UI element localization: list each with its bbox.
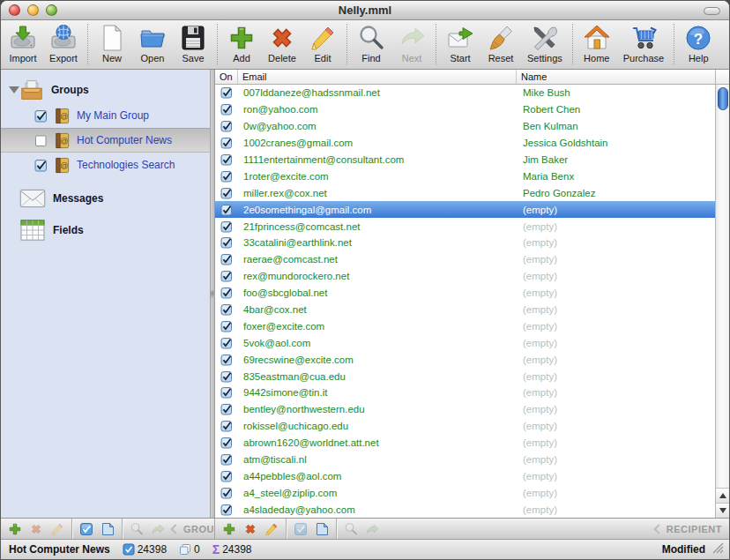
save-button[interactable]: Save: [173, 20, 213, 69]
row-checkbox[interactable]: [215, 386, 238, 399]
row-checkbox[interactable]: [215, 337, 238, 349]
row-checkbox[interactable]: [215, 287, 238, 299]
column-header-email[interactable]: Email: [238, 70, 517, 84]
row-checkbox[interactable]: [215, 453, 238, 466]
row-checkbox[interactable]: [215, 120, 238, 132]
scrollbar-track[interactable]: [716, 85, 729, 488]
resize-grip[interactable]: [712, 541, 724, 557]
sidebar-section-messages[interactable]: Messages: [1, 183, 210, 214]
new-button[interactable]: New: [92, 20, 132, 69]
row-checkbox[interactable]: [215, 137, 238, 149]
row-checkbox[interactable]: [215, 170, 238, 183]
table-row[interactable]: miller.rex@cox.netPedro Gonzalez: [215, 184, 715, 201]
find-recipient-button[interactable]: [344, 522, 358, 536]
table-row[interactable]: bentley@northwestern.edu(empty): [215, 401, 715, 418]
redo-group-button[interactable]: [151, 522, 165, 536]
edit-button[interactable]: Edit: [302, 20, 343, 69]
sidebar-item-my-main-group[interactable]: @My Main Group: [1, 103, 210, 128]
open-button[interactable]: Open: [132, 20, 173, 69]
table-row[interactable]: 21fprincess@comcast.net(empty): [215, 218, 715, 235]
edit-recipient-button[interactable]: [264, 522, 279, 536]
recipient-page-button[interactable]: [315, 522, 329, 536]
row-checkbox[interactable]: [215, 354, 238, 366]
table-row[interactable]: a44pebbles@aol.com(empty): [215, 467, 715, 484]
row-checkbox[interactable]: [215, 253, 238, 265]
table-row[interactable]: 2e0somethingal@gmail.com(empty): [215, 201, 715, 218]
row-checkbox[interactable]: [215, 403, 238, 415]
table-row[interactable]: 69recswine@excite.com(empty): [215, 351, 715, 368]
start-button[interactable]: Start: [440, 20, 480, 69]
table-row[interactable]: rex@mundorockero.net(empty): [215, 268, 715, 285]
home-button[interactable]: Home: [577, 20, 617, 69]
add-recipient-button[interactable]: [222, 522, 236, 536]
row-checkbox[interactable]: [215, 420, 238, 432]
table-row[interactable]: 33catalini@earthlink.net(empty): [215, 235, 715, 251]
add-group-button[interactable]: [8, 522, 22, 536]
row-checkbox[interactable]: [215, 153, 238, 166]
checked-checkbox[interactable]: [34, 109, 48, 123]
sidebar-section-fields[interactable]: Fields: [1, 214, 210, 246]
delete-group-button[interactable]: [29, 522, 43, 536]
add-button[interactable]: Add: [221, 20, 262, 69]
group-page-button[interactable]: [101, 522, 115, 536]
unchecked-checkbox[interactable]: [34, 134, 48, 147]
toolbar-toggle-button[interactable]: [704, 7, 720, 15]
edit-group-button[interactable]: [50, 522, 64, 536]
column-header-on[interactable]: On: [215, 70, 238, 84]
next-button[interactable]: Next: [391, 20, 432, 69]
row-checkbox[interactable]: [215, 504, 238, 516]
scroll-up-button[interactable]: [716, 488, 729, 503]
table-row[interactable]: 0w@yahoo.comBen Kulman: [215, 118, 715, 135]
checked-checkbox[interactable]: [34, 159, 48, 172]
row-checkbox[interactable]: [215, 320, 238, 332]
sidebar-item-hot-computer-news[interactable]: @Hot Computer News: [1, 128, 210, 153]
row-checkbox[interactable]: [215, 187, 238, 199]
row-checkbox[interactable]: [215, 236, 238, 249]
settings-button[interactable]: Settings: [521, 20, 569, 69]
table-row[interactable]: abrown1620@worldnet.att.net(empty): [215, 435, 715, 452]
sidebar-item-technologies-search[interactable]: @Technologies Search: [1, 153, 210, 177]
disclosure-triangle-icon[interactable]: [9, 86, 19, 93]
sidebar-section-groups[interactable]: Groups: [1, 77, 210, 103]
reset-button[interactable]: Reset: [480, 20, 521, 69]
table-row[interactable]: foxer@excite.com(empty): [215, 317, 715, 334]
redo-recipient-button[interactable]: [365, 522, 379, 536]
row-checkbox[interactable]: [215, 370, 238, 383]
export-button[interactable]: Export: [43, 20, 84, 69]
help-button[interactable]: ?Help: [678, 20, 719, 69]
table-row[interactable]: rokissel@uchicago.edu(empty): [215, 418, 715, 435]
table-row[interactable]: ron@yahoo.comRobert Chen: [215, 101, 715, 118]
table-row[interactable]: 1roter@excite.comMaria Benx: [215, 168, 715, 184]
table-row[interactable]: 1111entertainment@consultant.comJim Bake…: [215, 152, 715, 168]
table-row[interactable]: a4sladeday@yahoo.com(empty): [215, 501, 715, 518]
row-checkbox[interactable]: [215, 487, 238, 499]
table-row[interactable]: foo@sbcglobal.net(empty): [215, 285, 715, 302]
delete-recipient-button[interactable]: [243, 522, 257, 536]
table-row[interactable]: atm@tiscali.nl(empty): [215, 452, 715, 468]
table-row[interactable]: 835eastman@cua.edu(empty): [215, 368, 715, 385]
purchase-button[interactable]: Purchase: [617, 20, 670, 69]
import-button[interactable]: Import: [3, 20, 43, 69]
table-row[interactable]: a4_steel@ziplip.com(empty): [215, 484, 715, 501]
row-checkbox[interactable]: [215, 470, 238, 482]
table-row[interactable]: 007lddaneze@hadssnmail.netMike Bush: [215, 85, 715, 101]
find-group-button[interactable]: [130, 522, 144, 536]
find-button[interactable]: Find: [351, 20, 391, 69]
scroll-down-button[interactable]: [716, 503, 729, 518]
check-recipient-button[interactable]: [294, 522, 308, 536]
sidebar-splitter[interactable]: [210, 70, 215, 518]
table-row[interactable]: 1002cranes@gmail.comJessica Goldshtain: [215, 135, 715, 152]
row-checkbox[interactable]: [215, 86, 238, 99]
row-checkbox[interactable]: [215, 220, 238, 233]
scrollbar-thumb[interactable]: [718, 87, 728, 110]
row-checkbox[interactable]: [215, 303, 238, 316]
table-row[interactable]: 9442simone@tin.it(empty): [215, 385, 715, 401]
check-group-button[interactable]: [79, 522, 93, 536]
column-header-name[interactable]: Name: [517, 70, 715, 84]
table-row[interactable]: 4bar@cox.net(empty): [215, 302, 715, 318]
row-checkbox[interactable]: [215, 204, 238, 216]
delete-button[interactable]: Delete: [262, 20, 302, 69]
vertical-scrollbar[interactable]: [715, 70, 729, 518]
row-checkbox[interactable]: [215, 103, 238, 116]
row-checkbox[interactable]: [215, 437, 238, 449]
